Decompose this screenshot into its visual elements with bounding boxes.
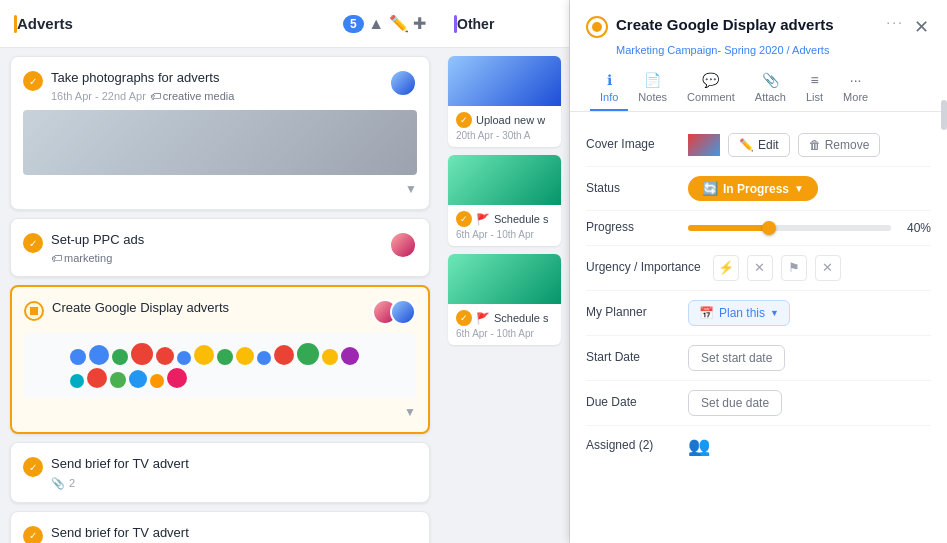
other-column-header: Other [440, 0, 569, 48]
detail-more-btn[interactable]: ··· [886, 14, 904, 30]
other-task-1[interactable]: ✓ Upload new w 20th Apr - 30th A [448, 56, 561, 147]
urgency-flag-x-icon[interactable]: ✕ [815, 255, 841, 281]
task-2-title: Set-up PPC ads [51, 231, 144, 249]
other-task-2[interactable]: ✓ 🚩 Schedule s 6th Apr - 10th Apr [448, 155, 561, 246]
status-button[interactable]: 🔄 In Progress ▼ [688, 176, 818, 201]
check-icon: ✓ [29, 76, 37, 87]
other-task-1-title: Upload new w [476, 114, 545, 126]
due-date-row: Due Date Set due date [586, 381, 931, 426]
info-icon: ℹ [607, 72, 612, 88]
cover-image-value: ✏️ Edit 🗑 Remove [688, 133, 931, 157]
tab-more[interactable]: ··· More [833, 66, 878, 111]
task-2-meta: 🏷 marketing [51, 252, 144, 264]
progress-pct: 40% [899, 221, 931, 235]
status-row: Status 🔄 In Progress ▼ [586, 167, 931, 211]
tab-notes[interactable]: 📄 Notes [628, 66, 677, 111]
due-date-button[interactable]: Set due date [688, 390, 782, 416]
progress-row: Progress 40% [586, 211, 931, 246]
tab-comment[interactable]: 💬 Comment [677, 66, 745, 111]
progress-label: Progress [586, 220, 676, 236]
status-value: 🔄 In Progress ▼ [688, 176, 931, 201]
cover-remove-button[interactable]: 🗑 Remove [798, 133, 881, 157]
add-user-icon[interactable]: 👥 [688, 435, 710, 457]
other-task-2-check[interactable]: ✓ [456, 211, 472, 227]
sort-icon[interactable]: ▲ [368, 15, 384, 33]
task-3-avatars [372, 299, 416, 325]
other-task-1-image [448, 56, 561, 106]
progress-thumb[interactable] [762, 221, 776, 235]
other-task-1-check[interactable]: ✓ [456, 112, 472, 128]
other-title: Other [457, 16, 555, 32]
urgency-lightning-icon[interactable]: ⚡ [713, 255, 739, 281]
expand-icon[interactable]: ▼ [404, 405, 416, 419]
other-task-3-check[interactable]: ✓ [456, 310, 472, 326]
status-sync-icon: 🔄 [702, 181, 718, 196]
avatar-2 [390, 299, 416, 325]
task-2-tag: 🏷 marketing [51, 252, 112, 264]
add-icon[interactable]: ✚ [413, 14, 426, 33]
check-partial-icon [30, 307, 38, 315]
task-card-3[interactable]: Create Google Display adverts [10, 285, 430, 434]
task-4-title: Send brief for TV advert [51, 455, 189, 473]
other-tasks-list: ✓ Upload new w 20th Apr - 30th A ✓ 🚩 [440, 48, 569, 543]
task-3-check[interactable] [24, 301, 44, 321]
urgency-x-icon[interactable]: ✕ [747, 255, 773, 281]
task-1-check[interactable]: ✓ [23, 71, 43, 91]
other-task-2-image [448, 155, 561, 205]
close-icon[interactable]: ✕ [912, 14, 931, 40]
task-5-title: Send brief for TV advert [51, 524, 189, 542]
expand-icon[interactable]: ▼ [405, 182, 417, 196]
edit-icon[interactable]: ✏️ [389, 14, 409, 33]
task-4-check[interactable]: ✓ [23, 457, 43, 477]
adverts-column-header: Adverts 5 ▲ ✏️ ✚ [0, 0, 440, 48]
progress-bar-track[interactable] [688, 225, 891, 231]
tab-list[interactable]: ≡ List [796, 66, 833, 111]
other-task-2-title: Schedule s [494, 213, 548, 225]
other-task-3-title: Schedule s [494, 312, 548, 324]
task-3-title: Create Google Display adverts [52, 299, 229, 317]
planner-label: My Planner [586, 305, 676, 321]
progress-bar-fill [688, 225, 769, 231]
adverts-tasks-list: ✓ Take photographs for adverts 16th Apr … [0, 48, 440, 543]
check-icon: ✓ [29, 530, 37, 541]
tab-info[interactable]: ℹ Info [590, 66, 628, 111]
check-partial-icon [592, 22, 602, 32]
task-1-date: 16th Apr - 22nd Apr [51, 90, 146, 102]
plan-this-button[interactable]: 📅 Plan this ▼ [688, 300, 790, 326]
detail-breadcrumb: Marketing Campaign- Spring 2020 / Advert… [616, 44, 931, 56]
google-logo-dots [70, 343, 370, 388]
assigned-value: 👥 [688, 435, 931, 457]
task-3-image [24, 333, 416, 398]
due-date-value: Set due date [688, 390, 931, 416]
task-card-5[interactable]: ✓ Send brief for TV advert 15th May - 22… [10, 511, 430, 543]
edit-pencil-icon: ✏️ [739, 138, 754, 152]
status-dropdown-icon: ▼ [794, 183, 804, 194]
task-2-check[interactable]: ✓ [23, 233, 43, 253]
adverts-title: Adverts [17, 15, 343, 32]
planner-row: My Planner 📅 Plan this ▼ [586, 291, 931, 336]
list-icon: ≡ [810, 72, 818, 88]
task-card-1[interactable]: ✓ Take photographs for adverts 16th Apr … [10, 56, 430, 210]
task-card-2[interactable]: ✓ Set-up PPC ads 🏷 marketing [10, 218, 430, 277]
trash-icon: 🗑 [809, 138, 821, 152]
other-task-3-image [448, 254, 561, 304]
task-4-meta: 📎 2 [51, 477, 189, 490]
attach-icon: 📎 [762, 72, 779, 88]
detail-task-check[interactable] [586, 16, 608, 38]
check-icon: ✓ [29, 238, 37, 249]
task-5-check[interactable]: ✓ [23, 526, 43, 543]
other-task-3[interactable]: ✓ 🚩 Schedule s 6th Apr - 10th Apr [448, 254, 561, 345]
tab-attach[interactable]: 📎 Attach [745, 66, 796, 111]
flag-icon: 🚩 [476, 213, 490, 226]
other-column: Other ✓ Upload new w 20th Apr - 30th A [440, 0, 570, 543]
detail-title: Create Google Display adverts [616, 14, 878, 35]
cover-edit-button[interactable]: ✏️ Edit [728, 133, 790, 157]
urgency-flag-icon[interactable]: ⚑ [781, 255, 807, 281]
start-date-button[interactable]: Set start date [688, 345, 785, 371]
planner-value: 📅 Plan this ▼ [688, 300, 931, 326]
urgency-row: Urgency / Importance ⚡ ✕ ⚑ ✕ [586, 246, 931, 291]
detail-tab-bar: ℹ Info 📄 Notes 💬 Comment 📎 Attach ≡ [586, 66, 931, 111]
task-card-4[interactable]: ✓ Send brief for TV advert 📎 2 [10, 442, 430, 502]
comment-icon: 💬 [702, 72, 719, 88]
flag-icon-2: 🚩 [476, 312, 490, 325]
